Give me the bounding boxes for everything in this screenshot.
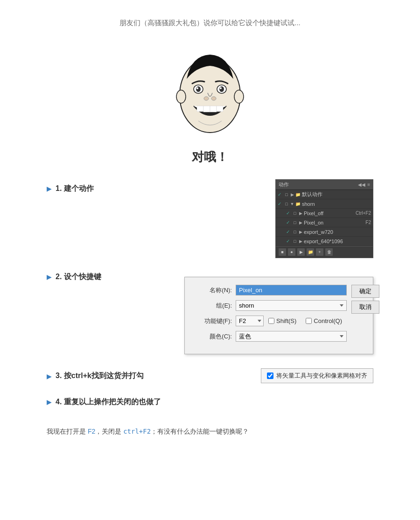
snap-checkbox[interactable] xyxy=(267,372,273,379)
ps-square-export-640-icon: □ xyxy=(292,239,298,244)
ps-add-btn[interactable]: + xyxy=(316,248,323,256)
svg-rect-14 xyxy=(217,106,223,112)
ps-export-640-label: export_640*1096 xyxy=(303,239,371,244)
ps-panel-titlebar: 动作 ◀◀ ≡ xyxy=(276,180,373,190)
ps-toolbar: ■ ● ▶ 📁 + 🗑 xyxy=(276,246,373,258)
ps-shorn-expand-arrow: ▼ xyxy=(290,202,294,206)
ps-check-pixel-off: ✓ xyxy=(286,211,292,216)
ps-check-default: ✓ xyxy=(278,192,283,197)
ps-check-pixel-on: ✓ xyxy=(286,220,292,225)
meme-face-svg xyxy=(173,46,247,140)
ps-export-640-arrow: ▶ xyxy=(298,239,303,244)
dialog-shift-group: Shift(S) xyxy=(268,317,296,324)
ps-square-export-w720-icon: □ xyxy=(292,230,298,234)
dialog-shift-checkbox[interactable] xyxy=(268,318,274,324)
dialog-color-select[interactable]: 蓝色 红色 黄色 xyxy=(236,331,347,342)
ps-export-640-row[interactable]: ✓ □ ▶ export_640*1096 xyxy=(276,237,373,246)
ps-record-btn[interactable]: ● xyxy=(288,248,295,256)
snap-checkbox-option: 将矢量工具与变化和像素网格对齐 xyxy=(261,368,373,383)
svg-point-9 xyxy=(204,97,209,100)
ps-stop-btn[interactable]: ■ xyxy=(279,248,286,256)
dialog-group-row: 组(E): shorn xyxy=(192,300,347,311)
step2-title: 2. 设个快捷键 xyxy=(56,272,184,282)
ps-play-btn[interactable]: ▶ xyxy=(297,248,305,256)
ps-delete-btn[interactable]: 🗑 xyxy=(325,248,333,256)
ps-pixel-off-label: Pixel_off xyxy=(303,211,356,216)
ps-pixel-on-shortcut: F2 xyxy=(365,220,371,225)
header-text: 朋友们（高骚骚跟大礼包）说你可以给它设个快捷键试试... xyxy=(47,9,373,42)
dialog-color-row: 颜色(C): 蓝色 红色 黄色 xyxy=(192,331,347,342)
ps-square-pixel-off-icon: □ xyxy=(292,211,298,216)
action-dialog: 名称(N): 组(E): shorn 功能键(F): F xyxy=(184,277,373,354)
meme-image-container xyxy=(47,46,373,140)
ps-square-pixel-on-icon: □ xyxy=(292,220,298,225)
step1-arrow: ▶ xyxy=(47,185,52,192)
footer-text-after: ；有没有什么办法能一键切换呢？ xyxy=(151,428,249,435)
svg-point-8 xyxy=(220,87,222,89)
step-3: ▶ 3. 按ctrl+k找到这货并打勾 将矢量工具与变化和像素网格对齐 xyxy=(47,368,373,383)
dialog-group-label: 组(E): xyxy=(192,302,232,310)
ps-check-export-w720: ✓ xyxy=(286,229,292,234)
step4-arrow: ▶ xyxy=(47,398,52,406)
dialog-group-select[interactable]: shorn xyxy=(236,300,347,311)
ps-minimize-icon[interactable]: ◀◀ xyxy=(358,182,365,187)
ps-folder-icon: 📁 xyxy=(294,192,301,197)
ps-check-export-640: ✓ xyxy=(286,239,292,244)
dialog-fkey-label: 功能键(F): xyxy=(192,317,232,325)
dialog-fkey-select[interactable]: F2 F1 F3 xyxy=(236,316,264,326)
ps-export-w720-row[interactable]: ✓ □ ▶ export_w720 xyxy=(276,227,373,237)
snap-checkbox-label: 将矢量工具与变化和像素网格对齐 xyxy=(276,372,367,380)
ps-shorn-folder-icon: 📁 xyxy=(294,202,301,206)
ps-pixel-off-row[interactable]: ✓ □ ▶ Pixel_off Ctrl+F2 xyxy=(276,209,373,218)
ps-row-expand-arrow: ▶ xyxy=(290,192,294,197)
dialog-shift-label: Shift(S) xyxy=(276,317,296,324)
ps-shorn-label: shorn xyxy=(301,201,371,207)
ps-menu-icon[interactable]: ≡ xyxy=(367,182,370,187)
dialog-control-checkbox[interactable] xyxy=(306,318,312,324)
duiwo-text: 对哦！ xyxy=(47,149,373,165)
footer-text: 我现在打开是 F2，关闭是 ctrl+F2；有没有什么办法能一键切换呢？ xyxy=(47,426,373,437)
svg-rect-12 xyxy=(203,106,210,112)
ps-export-w720-label: export_w720 xyxy=(303,229,371,235)
step4-title: 4. 重复以上操作把关闭的也做了 xyxy=(56,397,373,407)
ps-folder-btn[interactable]: 📁 xyxy=(307,248,314,256)
ps-pixel-off-arrow: ▶ xyxy=(298,211,303,216)
dialog-name-label: 名称(N): xyxy=(192,286,232,295)
footer-text-before-ctrlf2: ，关闭是 xyxy=(95,428,123,435)
ps-shorn-group-row[interactable]: ✓ □ ▼ 📁 shorn xyxy=(276,199,373,209)
dialog-cancel-button[interactable]: 取消 xyxy=(351,301,379,314)
dialog-control-group: Control(Q) xyxy=(306,317,342,324)
ps-pixel-on-arrow: ▶ xyxy=(298,220,303,225)
ps-actions-panel: 动作 ◀◀ ≡ ✓ □ ▶ 📁 默认动作 ✓ □ xyxy=(275,179,373,258)
footer-text-before-f2: 我现在打开是 xyxy=(47,428,88,435)
svg-point-2 xyxy=(234,90,244,103)
step1-title: 1. 建个动作 xyxy=(56,184,275,194)
step-1: ▶ 1. 建个动作 动作 ◀◀ ≡ ✓ □ ▶ 📁 默认 xyxy=(47,184,373,258)
ps-pixel-off-shortcut: Ctrl+F2 xyxy=(356,211,371,216)
dialog-ok-button[interactable]: 确定 xyxy=(351,285,379,298)
ps-default-action-row[interactable]: ✓ □ ▶ 📁 默认动作 xyxy=(276,190,373,199)
step3-arrow: ▶ xyxy=(47,372,52,380)
ps-panel-title-text: 动作 xyxy=(279,181,289,188)
dialog-name-input[interactable] xyxy=(236,285,347,295)
dialog-fkey-row: 功能键(F): F2 F1 F3 Shift(S) xyxy=(192,316,347,326)
ps-square-shorn-icon: □ xyxy=(283,202,290,206)
ps-square-icon: □ xyxy=(283,192,290,197)
svg-point-0 xyxy=(180,58,240,133)
ps-default-action-label: 默认动作 xyxy=(301,191,371,198)
svg-point-1 xyxy=(176,90,186,103)
ps-pixel-on-row[interactable]: ✓ □ ▶ Pixel_on F2 xyxy=(276,218,373,227)
svg-point-5 xyxy=(196,87,198,89)
step-4: ▶ 4. 重复以上操作把关闭的也做了 xyxy=(47,397,373,407)
ps-panel-controls: ◀◀ ≡ xyxy=(358,182,370,187)
ps-check-shorn: ✓ xyxy=(278,201,283,206)
footer-ctrlf2: ctrl+F2 xyxy=(123,428,151,435)
ps-pixel-on-label: Pixel_on xyxy=(303,220,365,225)
dialog-control-label: Control(Q) xyxy=(314,317,342,324)
svg-rect-11 xyxy=(197,106,203,112)
step2-arrow: ▶ xyxy=(47,273,52,281)
svg-point-10 xyxy=(211,97,216,100)
ps-export-w720-arrow: ▶ xyxy=(298,230,303,234)
dialog-buttons: 确定 取消 xyxy=(351,285,379,314)
footer-f2: F2 xyxy=(88,428,95,435)
